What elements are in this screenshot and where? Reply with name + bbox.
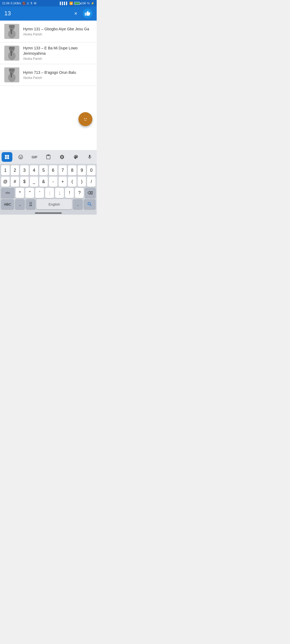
number-row: 1 2 3 4 5 6 7 8 9 0 [1, 165, 96, 175]
kb-palette-button[interactable] [71, 152, 81, 162]
key-9[interactable]: 9 [78, 165, 86, 175]
home-bar [35, 213, 62, 214]
svg-point-20 [10, 72, 12, 75]
charging-icon: ⚡ [91, 2, 95, 5]
song-item[interactable]: Hymn 133 – E Ba Mi Dupe Lowo Jerimoyahma… [0, 42, 97, 64]
key-quote[interactable]: " [25, 188, 34, 198]
signal-bars: ▌▌▌▌ [60, 2, 68, 5]
key-7[interactable]: 7 [59, 165, 67, 175]
close-button[interactable]: × [74, 10, 77, 17]
grid-icon [4, 154, 10, 160]
keyboard-area: GIF [0, 150, 97, 215]
key-at[interactable]: @ [1, 177, 10, 187]
svg-point-13 [10, 51, 12, 53]
clipboard-icon [46, 154, 51, 160]
song-title: Hymn 713 – B'agogo Orun Balu [23, 70, 92, 75]
song-title: Hymn 133 – E Ba Mi Dupe Lowo Jerimoyahma [23, 46, 92, 56]
status-bar: 21:06 0.1KB/s 📵 ⚠ 🖁 M ▌▌▌▌ 📶 100% ⚡ [0, 0, 97, 6]
key-question[interactable]: ? [75, 188, 84, 198]
key-2[interactable]: 2 [11, 165, 19, 175]
key-minus[interactable]: - [49, 177, 57, 187]
space-key[interactable]: English [37, 199, 72, 209]
signal-icons: 📵 ⚠ 🖁 M [22, 2, 36, 5]
key-8[interactable]: 8 [68, 165, 77, 175]
network-speed: 0.1KB/s [11, 2, 21, 5]
kb-gif-button[interactable]: GIF [29, 152, 40, 162]
song-thumbnail [4, 46, 19, 61]
kb-clipboard-button[interactable] [43, 152, 54, 162]
screen: 21:06 0.1KB/s 📵 ⚠ 🖁 M ▌▌▌▌ 📶 100% ⚡ 13 × [0, 0, 97, 215]
key-symbols-toggle[interactable]: =\< [1, 188, 14, 198]
thumbnail-image [4, 67, 19, 82]
key-apostrophe[interactable]: ' [35, 188, 44, 198]
search-key[interactable] [84, 199, 96, 209]
key-dollar[interactable]: $ [20, 177, 29, 187]
search-icon [87, 202, 92, 207]
key-6[interactable]: 6 [49, 165, 57, 175]
svg-point-22 [83, 116, 88, 122]
keyboard-rows: 1 2 3 4 5 6 7 8 9 0 @ # $ _ & - + ( [0, 164, 97, 211]
svg-rect-10 [9, 47, 15, 49]
song-thumbnail [4, 24, 19, 39]
key-4[interactable]: 4 [30, 165, 38, 175]
key-underscore[interactable]: _ [30, 177, 38, 187]
key-open-paren[interactable]: ( [68, 177, 77, 187]
symbol-row-1: @ # $ _ & - + ( ) / [1, 177, 96, 187]
key-slash[interactable]: / [87, 177, 96, 187]
header-actions: × [74, 9, 92, 18]
song-info: Hymn 131 – Gbogbo Aiye Gbe Jesu Ga Akoka… [23, 27, 92, 36]
song-thumbnail [4, 67, 19, 82]
song-artist: Akoka Parish [23, 32, 92, 36]
key-ampersand[interactable]: & [39, 177, 48, 187]
like-button[interactable] [83, 9, 92, 18]
thumbnail-image [4, 46, 19, 61]
backspace-key[interactable]: ⌫ [85, 188, 96, 198]
song-title: Hymn 131 – Gbogbo Aiye Gbe Jesu Ga [23, 27, 92, 32]
settings-icon [59, 154, 65, 160]
key-1234[interactable]: 12 34 [26, 199, 35, 209]
song-list: Hymn 131 – Gbogbo Aiye Gbe Jesu Ga Akoka… [0, 21, 97, 86]
palette-icon [73, 154, 79, 160]
thumbnail-image [4, 24, 19, 39]
keyboard-bottom-row: ABC , 12 34 English . [1, 199, 96, 209]
svg-point-6 [10, 29, 12, 32]
key-hash[interactable]: # [11, 177, 19, 187]
playlist-number: 13 [4, 10, 11, 17]
song-artist: Akoka Parish [23, 57, 92, 61]
kb-emoji-button[interactable] [15, 152, 26, 162]
status-left: 21:06 0.1KB/s 📵 ⚠ 🖁 M [2, 2, 36, 5]
now-playing-fab[interactable] [78, 112, 92, 126]
key-close-paren[interactable]: ) [78, 177, 86, 187]
key-5[interactable]: 5 [39, 165, 48, 175]
svg-point-23 [84, 118, 85, 119]
battery-percent: 100 [81, 2, 86, 5]
kb-settings-button[interactable] [57, 152, 67, 162]
key-period[interactable]: . [73, 199, 83, 209]
song-artist: Akoka Parish [23, 76, 92, 80]
song-info: Hymn 133 – E Ba Mi Dupe Lowo Jerimoyahma… [23, 46, 92, 60]
key-abc[interactable]: ABC [1, 199, 14, 209]
song-info: Hymn 713 – B'agogo Orun Balu Akoka Paris… [23, 70, 92, 80]
key-plus[interactable]: + [59, 177, 67, 187]
home-indicator [0, 211, 97, 215]
svg-point-24 [86, 118, 87, 119]
key-0[interactable]: 0 [87, 165, 96, 175]
key-1[interactable]: 1 [1, 165, 10, 175]
key-asterisk[interactable]: * [16, 188, 24, 198]
battery-icon [74, 2, 80, 5]
song-item[interactable]: Hymn 131 – Gbogbo Aiye Gbe Jesu Ga Akoka… [0, 21, 97, 42]
symbol-row-2: =\< * " ' : ; ! ? ⌫ [1, 188, 96, 198]
key-semicolon[interactable]: ; [55, 188, 64, 198]
time: 21:06 [2, 2, 10, 5]
battery-fill [75, 2, 79, 4]
key-colon[interactable]: : [45, 188, 54, 198]
kb-grid-button[interactable] [2, 152, 12, 162]
app-header: 13 × [0, 6, 97, 20]
keyboard-toolbar: GIF [0, 150, 97, 164]
key-exclamation[interactable]: ! [65, 188, 74, 198]
kb-mic-button[interactable] [84, 152, 95, 162]
mic-icon [87, 154, 92, 160]
song-item[interactable]: Hymn 713 – B'agogo Orun Balu Akoka Paris… [0, 64, 97, 86]
key-comma[interactable]: , [15, 199, 25, 209]
key-3[interactable]: 3 [20, 165, 29, 175]
